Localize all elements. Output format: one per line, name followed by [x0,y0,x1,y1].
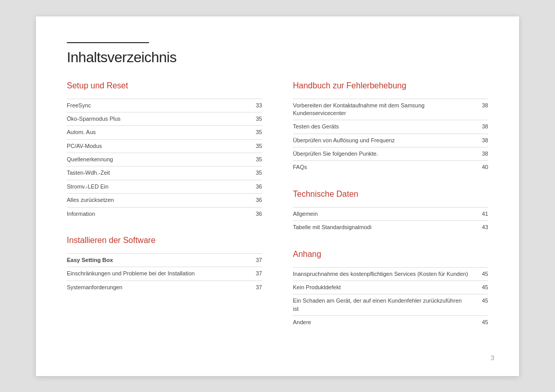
toc-entry-page: 43 [473,221,488,234]
toc-entry-page: 37 [247,267,262,281]
table-row: Inanspruchnahme des kostenpflichtigen Se… [293,267,488,281]
toc-entry-page: 36 [247,207,262,220]
table-row: Testen des Geräts38 [293,120,488,134]
toc-table-installieren-software: Easy Setting Box37Einschränkungen und Pr… [67,253,262,294]
toc-entry-page: 36 [247,180,262,193]
toc-entry-text: Andere [293,316,473,329]
table-row: PC/AV-Modus35 [67,139,262,153]
section-handbuch-fehlerbehebung: Handbuch zur Fehlerbehebung Vorbereiten … [293,81,488,174]
toc-entry-page: 37 [247,254,262,267]
toc-entry-text: PC/AV-Modus [67,139,247,153]
table-row: Quellenerkennung35 [67,153,262,166]
table-row: Kein Produktdefekt45 [293,281,488,294]
toc-entry-page: 35 [247,139,262,153]
toc-entry-page: 38 [473,134,488,147]
table-row: Überprüfen Sie folgenden Punkte.38 [293,147,488,161]
column-right: Handbuch zur Fehlerbehebung Vorbereiten … [293,81,488,345]
section-title-installieren-software: Installieren der Software [67,236,262,248]
table-row: Systemanforderungen37 [67,281,262,294]
column-left: Setup und Reset FreeSync33Öko-Sparmodus … [67,81,262,345]
content-columns: Setup und Reset FreeSync33Öko-Sparmodus … [67,81,488,345]
toc-entry-text: Vorbereiten der Kontaktaufnahme mit dem … [293,99,473,120]
table-row: Easy Setting Box37 [67,254,262,267]
toc-entry-text: Stromv.-LED Ein [67,180,247,193]
section-title-anhang: Anhang [293,250,488,262]
toc-entry-page: 36 [247,194,262,207]
table-row: Vorbereiten der Kontaktaufnahme mit dem … [293,99,488,120]
toc-entry-page: 45 [473,316,488,329]
section-installieren-software: Installieren der Software Easy Setting B… [67,236,262,294]
section-title-technische-daten: Technische Daten [293,190,488,202]
table-row: Information36 [67,207,262,220]
toc-entry-page: 40 [473,161,488,174]
toc-entry-page: 41 [473,207,488,220]
toc-table-handbuch-fehlerbehebung: Vorbereiten der Kontaktaufnahme mit dem … [293,99,488,174]
toc-entry-page: 35 [247,126,262,139]
toc-entry-text: Überprüfen von Auflösung und Frequenz [293,134,473,147]
toc-entry-page: 35 [247,112,262,125]
toc-entry-page: 35 [247,153,262,166]
toc-entry-text: Quellenerkennung [67,153,247,166]
table-row: Tasten-Wdh.-Zeit35 [67,166,262,180]
toc-entry-text: Tasten-Wdh.-Zeit [67,166,247,180]
toc-entry-page: 35 [247,166,262,180]
table-row: Allgemein41 [293,207,488,220]
table-row: FAQs40 [293,161,488,174]
table-row: Tabelle mit Standardsignalmodi43 [293,221,488,234]
table-row: Öko-Sparmodus Plus35 [67,112,262,125]
table-row: Autom. Aus35 [67,126,262,139]
table-row: Alles zurücksetzen36 [67,194,262,207]
toc-entry-page: 38 [473,99,488,120]
toc-entry-page: 45 [473,294,488,316]
toc-entry-text: Easy Setting Box [67,254,247,267]
toc-entry-page: 45 [473,267,488,281]
toc-entry-text: Systemanforderungen [67,281,247,294]
title-bar [67,42,149,43]
section-technische-daten: Technische Daten Allgemein41Tabelle mit … [293,190,488,234]
toc-entry-page: 38 [473,147,488,161]
table-row: Einschränkungen und Probleme bei der Ins… [67,267,262,281]
toc-entry-text: Öko-Sparmodus Plus [67,112,247,125]
toc-entry-page: 38 [473,120,488,134]
toc-entry-page: 37 [247,281,262,294]
toc-table-technische-daten: Allgemein41Tabelle mit Standardsignalmod… [293,207,488,234]
section-title-setup-reset: Setup und Reset [67,81,262,94]
toc-table-anhang: Inanspruchnahme des kostenpflichtigen Se… [293,267,488,329]
toc-table-setup-reset: FreeSync33Öko-Sparmodus Plus35Autom. Aus… [67,99,262,221]
section-setup-reset: Setup und Reset FreeSync33Öko-Sparmodus … [67,81,262,221]
table-row: Andere45 [293,316,488,329]
toc-entry-text: Information [67,207,247,220]
toc-entry-text: Überprüfen Sie folgenden Punkte. [293,147,473,161]
toc-entry-text: Kein Produktdefekt [293,281,473,294]
toc-entry-text: Tabelle mit Standardsignalmodi [293,221,473,234]
toc-entry-text: Inanspruchnahme des kostenpflichtigen Se… [293,267,473,281]
toc-entry-text: Allgemein [293,207,473,220]
toc-entry-text: FreeSync [67,99,247,112]
table-row: Überprüfen von Auflösung und Frequenz38 [293,134,488,147]
toc-entry-text: Ein Schaden am Gerät, der auf einen Kund… [293,294,473,316]
section-anhang: Anhang Inanspruchnahme des kostenpflicht… [293,250,488,329]
toc-entry-page: 33 [247,99,262,112]
toc-entry-text: Einschränkungen und Probleme bei der Ins… [67,267,247,281]
toc-entry-text: Testen des Geräts [293,120,473,134]
toc-entry-text: FAQs [293,161,473,174]
toc-entry-text: Autom. Aus [67,126,247,139]
section-title-handbuch-fehlerbehebung: Handbuch zur Fehlerbehebung [293,81,488,94]
table-row: Stromv.-LED Ein36 [67,180,262,193]
table-row: FreeSync33 [67,99,262,112]
page-title: Inhaltsverzeichnis [67,49,488,66]
table-row: Ein Schaden am Gerät, der auf einen Kund… [293,294,488,316]
toc-entry-text: Alles zurücksetzen [67,194,247,207]
toc-entry-page: 45 [473,281,488,294]
title-section: Inhaltsverzeichnis [67,42,488,66]
page: Inhaltsverzeichnis Setup und Reset FreeS… [36,16,519,376]
page-number: 3 [491,354,494,362]
